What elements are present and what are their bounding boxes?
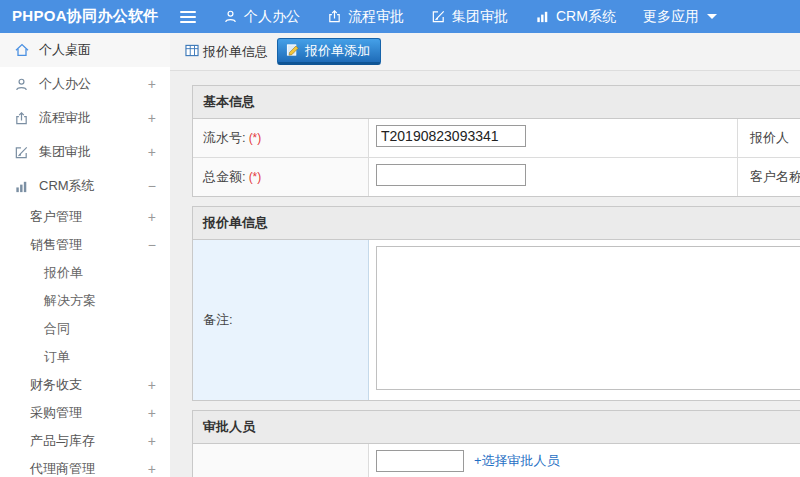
- expand-plus-icon[interactable]: +: [148, 111, 156, 125]
- expand-plus-icon[interactable]: +: [148, 77, 156, 91]
- form-row-remark: 备注:: [193, 240, 800, 400]
- sidebar-item-label: 采购管理: [30, 404, 82, 422]
- app-brand: PHPOA协同办公软件: [0, 7, 168, 26]
- sidebar-item-label: 解决方案: [44, 292, 96, 310]
- nav-personal-office[interactable]: 个人办公: [223, 8, 300, 26]
- field-label-right: 客户名称: [738, 158, 800, 196]
- serial-number-input[interactable]: [376, 125, 526, 147]
- remark-label: 备注:: [193, 240, 369, 400]
- sidebar-item-product-inventory[interactable]: 产品与库存 +: [0, 427, 170, 455]
- sidebar-item-label: 个人办公: [39, 75, 91, 93]
- section-quotation-info: 报价单信息 备注:: [192, 206, 800, 401]
- nav-flow-approval[interactable]: 流程审批: [327, 8, 404, 26]
- approver-input[interactable]: [376, 450, 464, 472]
- sidebar-item-purchase[interactable]: 采购管理 +: [0, 399, 170, 427]
- remark-value-cell: [369, 240, 800, 400]
- sidebar-item-contract[interactable]: 合同: [0, 315, 170, 343]
- nav-group-approval[interactable]: 集团审批: [431, 8, 508, 26]
- home-icon: [14, 42, 30, 58]
- upload-icon: [14, 110, 30, 126]
- nav-label: 流程审批: [348, 8, 404, 26]
- sidebar: 个人桌面 个人办公 + 流程审批 + 集团审批 + CRM系统 − 客户管理 +…: [0, 33, 170, 477]
- bar-chart-icon: [535, 9, 550, 24]
- user-icon: [14, 76, 30, 92]
- sidebar-item-label: 个人桌面: [39, 41, 91, 59]
- remark-textarea[interactable]: [376, 246, 800, 390]
- sidebar-item-label: 产品与库存: [30, 432, 95, 450]
- expand-plus-icon[interactable]: +: [148, 434, 156, 448]
- field-label-right: 报价人: [738, 119, 800, 157]
- sidebar-item-sales-mgmt[interactable]: 销售管理 −: [0, 231, 170, 259]
- tab-strip: 报价单信息 报价单添加: [170, 33, 800, 71]
- sidebar-item-crm[interactable]: CRM系统 −: [0, 169, 170, 203]
- section-title: 基本信息: [193, 86, 800, 119]
- sidebar-item-group-approval[interactable]: 集团审批 +: [0, 135, 170, 169]
- collapse-minus-icon[interactable]: −: [148, 179, 156, 193]
- sidebar-item-flow-approval[interactable]: 流程审批 +: [0, 101, 170, 135]
- section-basic-info: 基本信息 流水号:(*) 报价人 总金额:(*) 客户名称: [192, 85, 800, 197]
- sidebar-item-customer-mgmt[interactable]: 客户管理 +: [0, 203, 170, 231]
- form-row-total-amount: 总金额:(*) 客户名称: [193, 158, 800, 196]
- sidebar-item-finance[interactable]: 财务收支 +: [0, 371, 170, 399]
- approvers-value-cell: +选择审批人员 提醒审批人员: 短消息提示 注：流程第一步审批人员，这里选择你的…: [369, 444, 800, 477]
- top-bar: PHPOA协同办公软件 个人办公 流程审批 集团审批 CRM系统 更多应用: [0, 0, 800, 33]
- user-icon: [223, 9, 238, 24]
- tab-label: 报价单信息: [203, 43, 268, 61]
- sidebar-item-label: 订单: [44, 348, 70, 366]
- edit-icon: [431, 9, 446, 24]
- sidebar-item-label: 报价单: [44, 264, 83, 282]
- expand-plus-icon[interactable]: +: [148, 406, 156, 420]
- upload-icon: [327, 9, 342, 24]
- field-label: 总金额:(*): [193, 158, 369, 196]
- expand-plus-icon[interactable]: +: [148, 145, 156, 159]
- sidebar-item-quotation[interactable]: 报价单: [0, 259, 170, 287]
- required-marker: (*): [249, 131, 262, 145]
- nav-more-apps[interactable]: 更多应用: [643, 8, 717, 26]
- choose-approver-link[interactable]: +选择审批人员: [474, 452, 560, 470]
- table-icon: [185, 44, 199, 60]
- sidebar-item-agent-mgmt[interactable]: 代理商管理 +: [0, 455, 170, 477]
- nav-crm[interactable]: CRM系统: [535, 8, 616, 26]
- tab-quotation-info[interactable]: 报价单信息: [176, 43, 277, 61]
- field-value-cell: [369, 158, 738, 196]
- section-title: 报价单信息: [193, 207, 800, 240]
- sidebar-item-solution[interactable]: 解决方案: [0, 287, 170, 315]
- expand-plus-icon[interactable]: +: [148, 378, 156, 392]
- sidebar-item-personal-office[interactable]: 个人办公 +: [0, 67, 170, 101]
- tab-quotation-add-button[interactable]: 报价单添加: [277, 38, 381, 65]
- edit-icon: [14, 144, 30, 160]
- tab-label: 报价单添加: [305, 42, 370, 60]
- section-title: 审批人员: [193, 411, 800, 444]
- caret-down-icon: [707, 14, 717, 19]
- section-approvers: 审批人员 设置审批人员:(*) +选择审批人员 提醒审批人员: 短消息提示 注：: [192, 410, 800, 477]
- form-content: 基本信息 流水号:(*) 报价人 总金额:(*) 客户名称: [170, 71, 800, 477]
- total-amount-input[interactable]: [376, 164, 526, 186]
- sidebar-item-label: CRM系统: [39, 177, 95, 195]
- sidebar-item-label: 销售管理: [30, 236, 82, 254]
- sidebar-item-label: 集团审批: [39, 143, 91, 161]
- field-value-cell: [369, 119, 738, 157]
- collapse-minus-icon[interactable]: −: [148, 238, 156, 252]
- sidebar-item-label: 代理商管理: [30, 460, 95, 477]
- required-marker: (*): [249, 170, 262, 184]
- expand-plus-icon[interactable]: +: [148, 462, 156, 476]
- form-row-serial: 流水号:(*) 报价人: [193, 119, 800, 158]
- sidebar-item-label: 流程审批: [39, 109, 91, 127]
- bar-chart-icon: [14, 178, 30, 194]
- expand-plus-icon[interactable]: +: [148, 210, 156, 224]
- hamburger-menu-icon[interactable]: [180, 11, 196, 23]
- form-add-icon: [286, 43, 300, 60]
- field-label: 设置审批人员:(*): [193, 444, 369, 477]
- main-area: 报价单信息 报价单添加 基本信息 流水号:(*) 报价人 总金额:(*): [170, 33, 800, 477]
- nav-label: 集团审批: [452, 8, 508, 26]
- sidebar-item-desktop[interactable]: 个人桌面: [0, 33, 170, 67]
- nav-label: 个人办公: [244, 8, 300, 26]
- form-row-approvers: 设置审批人员:(*) +选择审批人员 提醒审批人员: 短消息提示 注：流程第一步…: [193, 444, 800, 477]
- nav-label: CRM系统: [556, 8, 616, 26]
- sidebar-item-label: 财务收支: [30, 376, 82, 394]
- field-label: 流水号:(*): [193, 119, 369, 157]
- sidebar-item-label: 客户管理: [30, 208, 82, 226]
- nav-label: 更多应用: [643, 8, 699, 26]
- sidebar-item-order[interactable]: 订单: [0, 343, 170, 371]
- sidebar-item-label: 合同: [44, 320, 70, 338]
